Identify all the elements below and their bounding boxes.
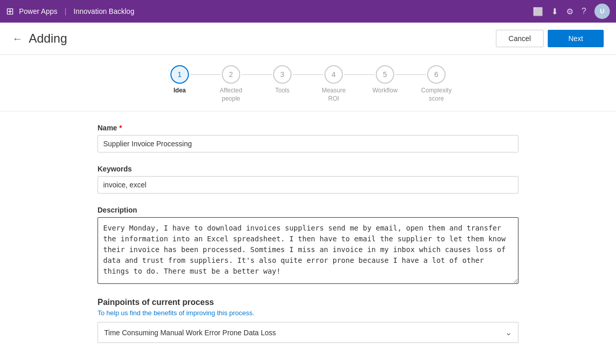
step-label-3: Tools — [275, 87, 290, 95]
keywords-label: Keywords — [98, 165, 518, 173]
step-circle-4: 4 — [324, 65, 343, 84]
stepper-step-2: 2Affectedpeople — [205, 65, 257, 103]
painpoint-tag-1: Time Consuming Manual Work Error Prone D… — [104, 329, 276, 337]
description-label: Description — [98, 206, 518, 214]
keywords-field-group: Keywords — [98, 165, 518, 194]
header-actions: Cancel Next — [496, 30, 604, 47]
settings-icon[interactable]: ⚙ — [566, 7, 573, 16]
grid-icon[interactable]: ⊞ — [6, 6, 14, 17]
step-circle-5: 5 — [376, 65, 394, 84]
name-input[interactable] — [98, 135, 518, 152]
topbar: ⊞ Power Apps | Innovation Backlog ⬜ ⬇ ⚙ … — [0, 0, 616, 23]
name-required: * — [119, 124, 122, 132]
name-label: Name * — [98, 124, 518, 132]
help-icon[interactable]: ? — [582, 7, 586, 16]
main-content: Name * Keywords Description Painpoints o… — [77, 111, 539, 364]
painpoints-subtitle: To help us find the benefits of improvin… — [98, 309, 518, 317]
topbar-separator: | — [65, 7, 67, 15]
step-circle-2: 2 — [222, 65, 240, 84]
next-button[interactable]: Next — [548, 30, 604, 47]
step-circle-3: 3 — [273, 65, 292, 84]
step-label-2: Affectedpeople — [220, 87, 242, 103]
step-label-5: Workflow — [372, 87, 397, 95]
painpoints-tags: Time Consuming Manual Work Error Prone D… — [104, 329, 276, 337]
painpoints-dropdown[interactable]: Time Consuming Manual Work Error Prone D… — [98, 322, 518, 343]
screen-icon[interactable]: ⬜ — [533, 7, 543, 16]
page-title: Adding — [29, 31, 496, 46]
description-textarea[interactable] — [98, 217, 518, 284]
painpoints-title: Painpoints of current process — [98, 298, 518, 307]
stepper-step-5: 5Workflow — [359, 65, 411, 95]
chevron-down-icon: ⌄ — [505, 328, 512, 337]
topbar-right: ⬜ ⬇ ⚙ ? U — [533, 4, 610, 19]
topbar-module: Innovation Backlog — [73, 7, 134, 15]
back-button[interactable]: ← — [12, 33, 23, 45]
stepper-step-1: 1Idea — [154, 65, 205, 95]
step-circle-1: 1 — [170, 65, 189, 84]
step-label-4: MeasureROI — [322, 87, 346, 103]
stepper-step-4: 4MeasureROI — [308, 65, 359, 103]
page-header: ← Adding Cancel Next — [0, 23, 616, 55]
topbar-app-title: Power Apps — [19, 7, 57, 15]
keywords-input[interactable] — [98, 176, 518, 194]
step-label-6: Complexityscore — [421, 87, 451, 103]
stepper: 1Idea2Affectedpeople3Tools4MeasureROI5Wo… — [0, 55, 616, 111]
cancel-button[interactable]: Cancel — [496, 30, 544, 47]
avatar[interactable]: U — [594, 4, 610, 19]
description-field-group: Description — [98, 206, 518, 285]
download-icon[interactable]: ⬇ — [551, 7, 558, 16]
step-label-1: Idea — [174, 87, 186, 95]
painpoints-group: Painpoints of current process To help us… — [98, 298, 518, 343]
stepper-step-6: 6Complexityscore — [411, 65, 462, 103]
stepper-step-3: 3Tools — [257, 65, 308, 95]
step-circle-6: 6 — [427, 65, 446, 84]
name-field-group: Name * — [98, 124, 518, 152]
